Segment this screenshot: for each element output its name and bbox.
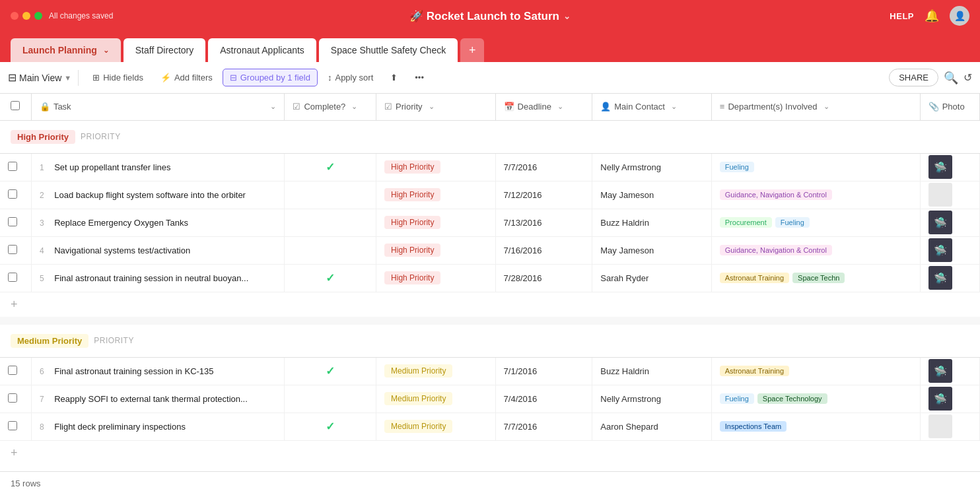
header-priority[interactable]: ☑ Priority ⌄ (376, 94, 496, 120)
add-row-cell[interactable]: + (0, 440, 980, 465)
table-header: 🔒 Task ⌄ ☑ Complete? ⌄ ☑ Priority (0, 94, 980, 120)
hide-fields-button[interactable]: ⊞ Hide fields (85, 69, 151, 86)
add-row-medium[interactable]: + (0, 440, 980, 465)
row-checkbox-cell[interactable] (0, 385, 31, 412)
grouped-by-button[interactable]: ⊟ Grouped by 1 field (223, 69, 318, 86)
row-checkbox-cell[interactable] (0, 357, 31, 385)
deadline-text: 7/7/2016 (504, 422, 538, 432)
search-icon[interactable]: 🔍 (944, 71, 958, 85)
header-complete[interactable]: ☑ Complete? ⌄ (285, 94, 376, 120)
photo-cell: 🛸 (920, 236, 979, 264)
deadline-cell: 7/12/2016 (495, 181, 592, 209)
row-checkbox-cell[interactable] (0, 153, 31, 181)
row-checkbox[interactable] (8, 245, 17, 254)
dept-cell: Guidance, Navigation & Control (711, 236, 920, 264)
contact-name: Sarah Ryder (600, 273, 648, 283)
close-button[interactable] (11, 12, 18, 20)
dept-cell: Astronaut TrainingSpace Techn (711, 264, 920, 292)
dept-badges: Fueling (720, 162, 912, 172)
table-row[interactable]: 4 Navigational systems test/activation H… (0, 236, 980, 264)
add-filters-button[interactable]: ⚡ Add filters (153, 69, 220, 86)
header-deadline-label: Deadline (518, 102, 551, 112)
header-contact-chevron: ⌄ (671, 102, 677, 111)
row-checkbox-cell[interactable] (0, 236, 31, 264)
select-all-checkbox[interactable] (11, 101, 20, 110)
dept-badge: Procurement (720, 217, 772, 228)
task-text: Reapply SOFI to external tank thermal pr… (54, 394, 248, 404)
export-icon: ⬆ (390, 73, 398, 82)
tab-astronaut-applicants[interactable]: Astronaut Applicants (208, 38, 316, 62)
header-checkbox[interactable] (0, 94, 31, 120)
deadline-cell: 7/4/2016 (495, 385, 592, 412)
header-contact[interactable]: 👤 Main Contact ⌄ (592, 94, 712, 120)
priority-badge: High Priority (384, 271, 440, 284)
group-tag: Medium Priority (11, 334, 88, 348)
maximize-button[interactable] (34, 12, 42, 20)
row-checkbox[interactable] (8, 366, 17, 375)
dept-badges: Astronaut Training (720, 366, 912, 376)
priority-badge: High Priority (384, 160, 440, 174)
tab-staff-directory[interactable]: Staff Directory (123, 38, 205, 62)
table-row[interactable]: 1 Set up propellant transfer lines ✓ Hig… (0, 153, 980, 181)
priority-badge: High Priority (384, 216, 440, 229)
view-toggle[interactable]: ⊟ Main View ▼ (8, 71, 71, 84)
header-complete-chevron: ⌄ (351, 102, 357, 111)
tab-launch-label: Launch Planning (22, 45, 97, 55)
row-checkbox-cell[interactable] (0, 181, 31, 209)
view-chevron-icon: ▼ (64, 74, 71, 82)
tab-safety-check[interactable]: Space Shuttle Safety Check (319, 38, 458, 62)
minimize-button[interactable] (22, 12, 30, 20)
dept-badge: Guidance, Navigation & Control (720, 245, 832, 255)
add-row-high[interactable]: + (0, 292, 980, 317)
row-checkbox[interactable] (8, 393, 17, 403)
header-photo-label: Photo (942, 102, 965, 112)
row-checkbox[interactable] (8, 421, 17, 430)
row-checkbox-cell[interactable] (0, 412, 31, 440)
refresh-icon[interactable]: ↺ (963, 71, 972, 84)
header-task[interactable]: 🔒 Task ⌄ (31, 94, 285, 120)
contact-name: Buzz Haldrin (600, 366, 649, 376)
priority-cell: High Priority (376, 264, 496, 292)
avatar[interactable]: 👤 (950, 6, 969, 26)
grouped-by-label: Grouped by 1 field (240, 73, 310, 82)
complete-cell (285, 209, 376, 236)
table-row[interactable]: 6 Final astronaut training session in KC… (0, 357, 980, 385)
row-checkbox[interactable] (8, 273, 17, 282)
table-row[interactable]: 5 Final astronaut training session in ne… (0, 264, 980, 292)
photo-cell: 🛸 (920, 357, 979, 385)
export-button[interactable]: ⬆ (383, 69, 405, 86)
row-num: 1 (40, 163, 44, 172)
table-row[interactable]: 7 Reapply SOFI to external tank thermal … (0, 385, 980, 412)
row-num: 6 (40, 367, 44, 376)
tab-safety-label: Space Shuttle Safety Check (331, 45, 446, 55)
share-button[interactable]: SHARE (889, 69, 938, 86)
tab-add-button[interactable]: + (460, 38, 484, 62)
more-options-button[interactable]: ••• (407, 69, 431, 86)
task-cell: 2 Load backup flight system software int… (31, 181, 285, 209)
table-row[interactable]: 8 Flight deck preliminary inspections ✓ … (0, 412, 980, 440)
priority-cell: High Priority (376, 153, 496, 181)
row-checkbox-cell[interactable] (0, 264, 31, 292)
group-tag: High Priority (11, 130, 75, 144)
row-checkbox-cell[interactable] (0, 209, 31, 236)
dept-cell: Fueling (711, 153, 920, 181)
complete-cell (285, 236, 376, 264)
tab-launch-planning[interactable]: Launch Planning ⌄ (11, 38, 121, 62)
add-row-cell[interactable]: + (0, 292, 980, 317)
table-row[interactable]: 3 Replace Emergency Oxygen Tanks High Pr… (0, 209, 980, 236)
photo-thumb: 🛸 (928, 238, 952, 262)
dept-cell: FuelingSpace Technology (711, 385, 920, 412)
bell-icon[interactable]: 🔔 (925, 9, 939, 23)
header-photo[interactable]: 📎 Photo (920, 94, 979, 120)
photo-thumb: 🛸 (928, 211, 952, 234)
help-button[interactable]: HELP (890, 11, 914, 21)
table-row[interactable]: 2 Load backup flight system software int… (0, 181, 980, 209)
header-deadline[interactable]: 📅 Deadline ⌄ (495, 94, 592, 120)
lock-icon: 🔒 (40, 102, 50, 112)
apply-sort-button[interactable]: ↕ Apply sort (320, 69, 380, 86)
row-checkbox[interactable] (8, 189, 17, 199)
sort-icon: ↕ (328, 73, 332, 82)
header-dept[interactable]: ≡ Department(s) Involved ⌄ (711, 94, 920, 120)
row-checkbox[interactable] (8, 162, 17, 171)
row-checkbox[interactable] (8, 217, 17, 226)
